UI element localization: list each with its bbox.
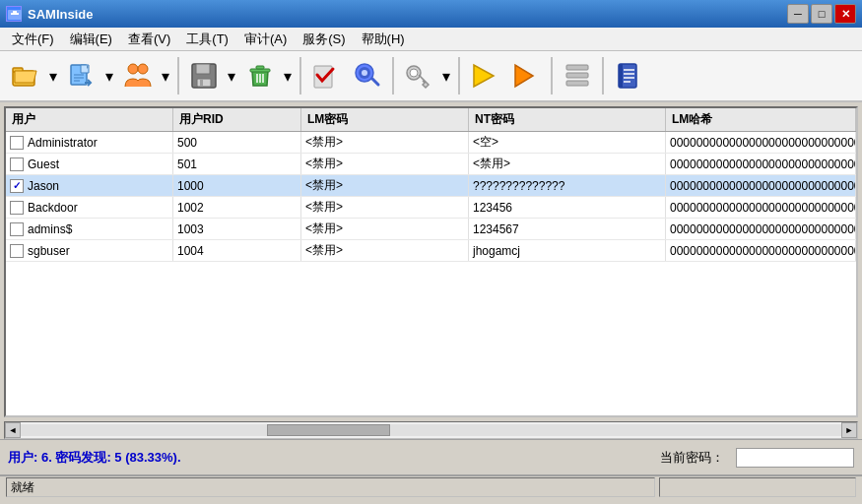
cell-rid-3: 1002: [173, 197, 301, 218]
maximize-button[interactable]: □: [811, 4, 832, 24]
checkbox-5[interactable]: [10, 244, 24, 258]
cell-lm-2: <禁用>: [301, 175, 469, 196]
table-row[interactable]: Backdoor 1002 <禁用> 123456 00000000000000…: [6, 197, 856, 219]
menu-file[interactable]: 文件(F): [4, 28, 62, 50]
statusbar: 就绪: [0, 474, 862, 498]
toolbar-group-open: ▾: [6, 56, 60, 95]
cell-rid-0: 500: [173, 132, 301, 153]
col-header-user: 用户: [6, 108, 173, 131]
cell-user-0: Administrator: [6, 132, 173, 153]
close-button[interactable]: ✕: [834, 4, 856, 24]
cell-user-4: admins$: [6, 219, 173, 239]
svg-rect-2: [13, 11, 17, 13]
cell-nt-4: 1234567: [469, 219, 666, 239]
save-button[interactable]: [184, 56, 224, 95]
svg-marker-24: [515, 65, 533, 87]
title-bar-left: SAMInside: [6, 6, 93, 22]
toolbar-group-users: ▾: [118, 56, 172, 95]
cell-nt-0: <空>: [469, 132, 666, 153]
users-button[interactable]: [118, 56, 158, 95]
toolbar-sep-5: [551, 57, 553, 94]
checkbox-0[interactable]: [10, 136, 24, 150]
minimize-button[interactable]: ─: [787, 4, 809, 24]
toolbar-sep-1: [177, 57, 179, 94]
menu-service[interactable]: 服务(S): [295, 28, 353, 50]
cell-lm-0: <禁用>: [301, 132, 469, 153]
import-arrow[interactable]: ▾: [102, 56, 116, 95]
table-row[interactable]: Administrator 500 <禁用> <空> 0000000000000…: [6, 132, 856, 154]
edit-icon-button[interactable]: [348, 56, 387, 95]
users-arrow[interactable]: ▾: [159, 56, 172, 95]
statusbar-right-area: [659, 477, 856, 497]
cell-lmhash-5: 00000000000000000000000000000000: [666, 240, 856, 261]
svg-point-22: [410, 69, 418, 77]
cell-nt-5: jhogamcj: [469, 240, 666, 261]
cell-lmhash-0: 00000000000000000000000000000000: [666, 132, 856, 153]
scroll-right-button[interactable]: ►: [841, 422, 857, 438]
menu-audit[interactable]: 审计(A): [236, 28, 295, 50]
window-title: SAMInside: [28, 7, 93, 22]
svg-rect-9: [196, 64, 210, 74]
checkbox-3[interactable]: [10, 201, 24, 215]
cell-lm-4: <禁用>: [301, 219, 469, 239]
svg-rect-17: [314, 66, 332, 88]
cell-user-1: Guest: [6, 154, 173, 174]
cell-lm-5: <禁用>: [301, 240, 469, 261]
delete-button[interactable]: [240, 56, 280, 95]
cell-user-3: Backdoor: [6, 197, 173, 218]
cell-lmhash-4: 00000000000000000000000000000000: [666, 219, 856, 239]
menu-bar: 文件(F) 编辑(E) 查看(V) 工具(T) 审计(A) 服务(S) 帮助(H…: [0, 28, 862, 51]
statusbar-text-area: 就绪: [6, 477, 655, 497]
save-arrow[interactable]: ▾: [225, 56, 238, 95]
svg-rect-27: [566, 81, 588, 86]
toolbar-sep-6: [602, 57, 604, 94]
cell-lm-1: <禁用>: [301, 154, 469, 174]
key-arrow[interactable]: ▾: [439, 56, 453, 95]
cell-rid-1: 501: [173, 154, 301, 174]
table-row[interactable]: sgbuser 1004 <禁用> jhogamcj 0000000000000…: [6, 240, 856, 262]
col-header-lmhash: LM哈希: [666, 108, 856, 131]
checkbox-4[interactable]: [10, 222, 24, 236]
title-bar: SAMInside ─ □ ✕: [0, 0, 862, 28]
checkbox-1[interactable]: [10, 158, 24, 171]
delete-arrow[interactable]: ▾: [281, 56, 295, 95]
open-folder-button[interactable]: [6, 56, 45, 95]
key-button[interactable]: [399, 56, 438, 95]
cell-nt-3: 123456: [469, 197, 666, 218]
svg-rect-1: [11, 13, 19, 15]
help-book-button[interactable]: [609, 56, 648, 95]
table-row[interactable]: Jason 1000 <禁用> ?????????????? 000000000…: [6, 175, 856, 197]
horizontal-scrollbar[interactable]: ◄ ►: [4, 421, 858, 439]
col-header-nt: NT密码: [469, 108, 666, 131]
main-table-area: 用户 用户RID LM密码 NT密码 LM哈希 Administrator 50…: [4, 106, 858, 417]
cell-lmhash-1: 00000000000000000000000000000000: [666, 154, 856, 174]
current-pwd-input[interactable]: [736, 448, 854, 468]
play-next-button[interactable]: [506, 56, 546, 95]
scrollbar-track[interactable]: [21, 424, 841, 436]
scrollbar-thumb[interactable]: [267, 424, 390, 436]
menu-edit[interactable]: 编辑(E): [62, 28, 120, 50]
menu-help[interactable]: 帮助(H): [354, 28, 413, 50]
import-button[interactable]: [62, 56, 101, 95]
layers-button[interactable]: [558, 56, 597, 95]
table-row[interactable]: Guest 501 <禁用> <禁用> 00000000000000000000…: [6, 154, 856, 175]
play-button[interactable]: [465, 56, 504, 95]
svg-point-6: [128, 64, 138, 74]
menu-view[interactable]: 查看(V): [120, 28, 178, 50]
toolbar-group-key: ▾: [399, 56, 453, 95]
table-row[interactable]: admins$ 1003 <禁用> 1234567 00000000000000…: [6, 219, 856, 240]
cell-lmhash-3: 00000000000000000000000000000000: [666, 197, 856, 218]
statusbar-text: 就绪: [11, 479, 34, 496]
app-icon: [6, 6, 22, 22]
cell-user-5: sgbuser: [6, 240, 173, 261]
open-folder-arrow[interactable]: ▾: [46, 56, 60, 95]
menu-tools[interactable]: 工具(T): [178, 28, 236, 50]
toolbar: ▾ ▾ ▾: [0, 51, 862, 102]
svg-rect-25: [566, 65, 588, 70]
svg-rect-10: [197, 79, 211, 87]
bottom-status-panel: 用户: 6. 密码发现: 5 (83.33%). 当前密码：: [0, 439, 862, 474]
cell-nt-2: ??????????????: [469, 175, 666, 196]
checkbox-2[interactable]: [10, 179, 24, 193]
scroll-left-button[interactable]: ◄: [5, 422, 21, 438]
verify-button[interactable]: [306, 56, 346, 95]
